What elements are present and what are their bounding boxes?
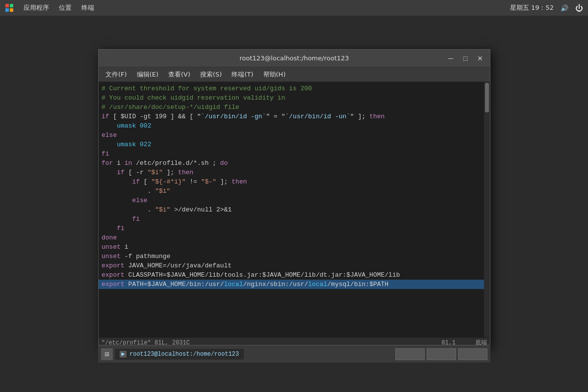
svg-rect-3 — [10, 8, 13, 12]
taskbar-btn-3[interactable] — [458, 348, 487, 360]
code-line-11: if [ -r "$i" ]; then — [99, 168, 484, 177]
code-line-5: umask 002 — [99, 121, 484, 131]
taskbar-terminal-label: root123@localhost:/home/root123 — [129, 351, 239, 358]
title-bar-text: root123@localhost:/home/root123 — [239, 54, 349, 62]
scrollbar[interactable] — [484, 82, 490, 337]
code-line-13: . "$i" — [99, 186, 484, 196]
menu-bar: 文件(F) 编辑(E) 查看(V) 搜索(S) 终端(T) 帮助(H) — [99, 67, 490, 82]
power-icon[interactable]: ⏻ — [575, 3, 583, 13]
code-line-20: unset i — [99, 242, 484, 252]
menu-applications[interactable]: 应用程序 — [24, 3, 49, 12]
menu-help[interactable]: 帮助(H) — [258, 68, 291, 81]
code-line-23: export CLASSPATH=$JAVA_HOME/lib/tools.ja… — [99, 270, 484, 280]
svg-rect-2 — [5, 8, 9, 12]
taskbar-btn-2[interactable] — [427, 348, 456, 360]
system-bar: 应用程序 位置 终端 星期五 19：52 🔊 ⏻ — [0, 0, 588, 16]
code-line-14: else — [99, 196, 484, 205]
scrollbar-thumb[interactable] — [485, 83, 489, 112]
code-line-10: for i in /etc/profile.d/*.sh ; do — [99, 158, 484, 168]
menu-view[interactable]: 查看(V) — [163, 68, 195, 81]
code-line-8: fi — [99, 149, 484, 158]
code-line-3: # /usr/share/doc/setup-*/uidgid file — [99, 103, 484, 112]
taskbar-expand[interactable]: ⊞ — [101, 348, 113, 360]
taskbar: ⊞ ▶ root123@localhost:/home/root123 — [98, 345, 490, 363]
menu-search[interactable]: 搜索(S) — [195, 68, 227, 81]
code-line-4: if [ $UID -gt 199 ] && [ "`/usr/bin/id -… — [99, 112, 484, 121]
system-logo[interactable] — [5, 3, 14, 12]
system-time: 星期五 19：52 — [510, 3, 554, 12]
minimize-button[interactable]: ─ — [444, 52, 458, 65]
menu-location[interactable]: 位置 — [59, 3, 72, 12]
code-line-15: . "$i" >/dev/null 2>&1 — [99, 205, 484, 214]
code-line-16: fi — [99, 214, 484, 224]
code-line-1: # Current threshold for system reserved … — [99, 84, 484, 93]
code-scroll[interactable]: # Current threshold for system reserved … — [99, 82, 484, 337]
code-line-18: done — [99, 233, 484, 242]
terminal-icon: ▶ — [120, 351, 127, 358]
close-button[interactable]: ✕ — [473, 52, 487, 65]
menu-terminal[interactable]: 终端 — [81, 3, 94, 12]
title-bar-controls: ─ □ ✕ — [444, 52, 487, 65]
menu-terminal[interactable]: 终端(T) — [227, 68, 258, 81]
menu-file[interactable]: 文件(F) — [101, 68, 132, 81]
taskbar-terminal-item[interactable]: ▶ root123@localhost:/home/root123 — [115, 349, 244, 360]
code-line-7: umask 022 — [99, 140, 484, 149]
title-bar: root123@localhost:/home/root123 ─ □ ✕ — [99, 50, 490, 67]
system-bar-right: 星期五 19：52 🔊 ⏻ — [510, 3, 583, 13]
code-line-2: # You could check uidgid reservation val… — [99, 93, 484, 103]
code-line-17: fi — [99, 224, 484, 233]
svg-rect-0 — [5, 4, 9, 7]
code-line-6: else — [99, 131, 484, 140]
code-line-22: export JAVA_HOME=/usr/java/default — [99, 261, 484, 270]
code-area: # Current threshold for system reserved … — [99, 82, 490, 337]
code-line-12: if [ "${-#*i}" != "$-" ]; then — [99, 177, 484, 186]
volume-icon[interactable]: 🔊 — [561, 4, 568, 12]
terminal-window: root123@localhost:/home/root123 ─ □ ✕ 文件… — [98, 49, 490, 348]
svg-rect-1 — [10, 4, 13, 7]
maximize-button[interactable]: □ — [459, 52, 472, 65]
menu-edit[interactable]: 编辑(E) — [132, 68, 163, 81]
code-line-24: export PATH=$JAVA_HOME/bin:/usr/local/ng… — [99, 280, 484, 289]
system-bar-left: 应用程序 位置 终端 — [5, 3, 94, 12]
code-line-21: unset -f pathmunge — [99, 252, 484, 261]
taskbar-btn-1[interactable] — [395, 348, 425, 360]
